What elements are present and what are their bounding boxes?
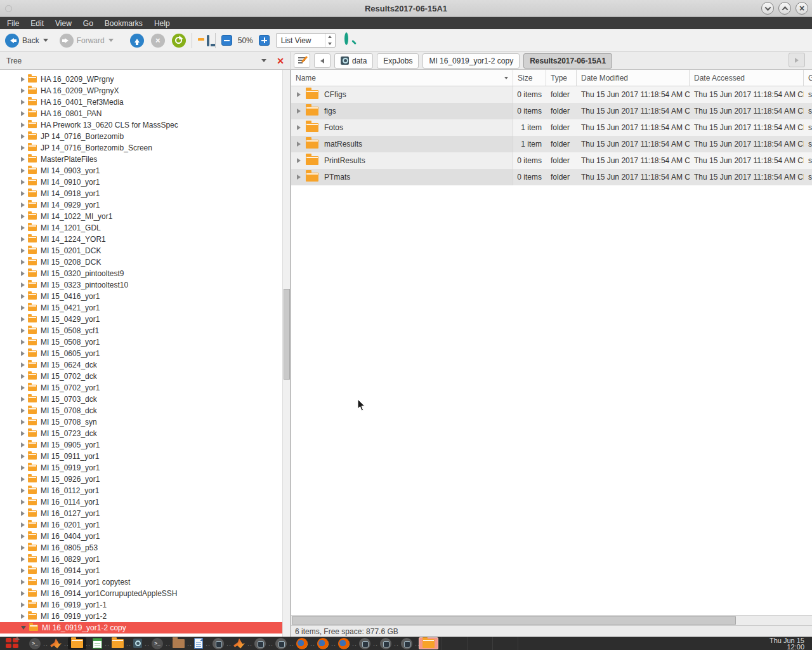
expander-icon[interactable] [21,157,25,162]
expander-icon[interactable] [21,534,25,539]
menu-edit[interactable]: Edit [25,19,49,28]
expander-icon[interactable] [21,317,25,322]
expander-icon[interactable] [297,125,301,130]
expander-icon[interactable] [21,522,25,527]
expander-icon[interactable] [21,545,25,550]
tree-item[interactable]: HA 16_0801_PAN [0,108,282,119]
tree-item[interactable]: MI 16_0112_yor1 [0,485,282,496]
tree-item[interactable]: MI 15_0708_syn [0,416,282,428]
taskbar-file-manager-active[interactable] [419,637,438,649]
breadcrumb-item-3[interactable]: Results2017-06-15A1 [523,53,612,69]
taskbar-app-window[interactable]: ·· [356,637,374,649]
zoom-out-button[interactable] [221,35,232,46]
expander-icon[interactable] [21,294,25,299]
expander-icon[interactable] [21,88,25,93]
expander-icon[interactable] [21,282,25,288]
tree-item[interactable]: HA 16_0401_Ref3Media [0,96,282,108]
refresh-button[interactable] [172,34,186,48]
expander-icon[interactable] [297,109,301,114]
tree-item[interactable]: MI 15_0919_yor1 [0,462,282,474]
expander-icon[interactable] [21,237,25,242]
taskbar-app-window[interactable]: ·· [377,637,395,649]
file-row[interactable]: matResults1 itemfolderThu 15 Jun 2017 11… [291,136,812,152]
expander-icon[interactable] [21,248,25,253]
edit-path-button[interactable] [294,53,310,68]
tree-item[interactable]: MI 14_0918_yor1 [0,188,282,199]
expander-icon[interactable] [21,214,25,219]
expander-icon[interactable] [21,408,25,413]
expander-icon[interactable] [21,202,25,208]
expander-icon[interactable] [21,500,25,505]
tree-item[interactable]: JP 14_0716_Bortezomib_Screen [0,142,282,154]
expander-icon[interactable] [21,111,25,116]
window-menu-icon[interactable] [5,5,12,12]
file-row[interactable]: CFfigs0 itemsfolderThu 15 Jun 2017 11:18… [291,86,812,103]
expander-icon[interactable] [21,488,25,493]
tree-item[interactable]: MI 15_0320_pintooltest9 [0,268,282,279]
forward-button[interactable] [60,34,74,48]
taskbar-firefox[interactable]: ·· [293,637,311,649]
taskbar-terminal[interactable]: >_·· [148,637,166,649]
expander-icon[interactable] [21,351,25,356]
forward-history-dropdown[interactable] [108,39,114,42]
taskbar-app-window[interactable]: ·· [272,637,290,649]
tree-item[interactable]: MI 16_0404_yor1 [0,531,282,542]
view-mode-select[interactable]: List View [276,33,336,48]
expander-icon[interactable] [21,454,25,459]
expander-icon[interactable] [21,100,25,105]
taskbar-app-window[interactable]: ·· [398,637,416,649]
expander-icon[interactable] [297,92,301,97]
tree-item[interactable]: MI 16_0919_yor1-2 [0,611,282,622]
taskbar-spreadsheet[interactable]: ·· [89,637,105,649]
menu-go[interactable]: Go [77,19,99,28]
expander-icon[interactable] [21,145,25,150]
file-row[interactable]: figs0 itemsfolderThu 15 Jun 2017 11:18:5… [291,103,812,119]
expander-icon[interactable] [21,134,25,139]
menu-file[interactable]: File [1,19,25,28]
breadcrumb-item-1[interactable]: ExpJobs [377,53,419,69]
tree-item[interactable]: MI 15_0911_yor1 [0,451,282,462]
tree-item[interactable]: MI 16_0114_yor1 [0,496,282,508]
tree-item[interactable]: MI 16_0805_p53 [0,542,282,554]
tree-item[interactable]: MI 14_0929_yor1 [0,199,282,211]
expander-icon[interactable] [21,374,25,379]
expander-icon[interactable] [21,260,25,265]
expander-icon[interactable] [21,123,25,128]
tree-item[interactable]: MI 15_0201_DCK [0,245,282,256]
tree-item[interactable]: MI 15_0926_yor1 [0,474,282,485]
tree-item[interactable]: MI 16_0919_yor1-1 [0,599,282,611]
expander-icon[interactable] [21,168,25,173]
expander-icon[interactable] [297,175,301,180]
tree-item[interactable]: MI 16_0201_yor1 [0,519,282,531]
expander-icon[interactable] [21,385,25,390]
expander-icon[interactable] [21,602,25,607]
taskbar-firefox[interactable]: ·· [335,637,353,649]
back-button[interactable] [5,34,19,48]
tree-panel-close-icon[interactable]: ✕ [277,56,284,66]
tree-item[interactable]: MI 15_0508_ycf1 [0,325,282,336]
taskbar-writer-document[interactable]: ·· [191,637,206,649]
tree-item[interactable]: MI 15_0708_dck [0,405,282,416]
horizontal-scrollbar[interactable] [291,615,812,625]
tree-scrollbar[interactable] [282,70,290,637]
expander-icon[interactable] [21,362,25,368]
taskbar-clock[interactable]: Thu Jun 15 12:00 [769,637,809,650]
tree-item[interactable]: HA 16_0209_WPrgnyX [0,85,282,96]
expander-icon[interactable] [21,340,25,345]
expander-icon[interactable] [21,397,25,402]
tree-item[interactable]: MI 15_0323_pintooltest10 [0,279,282,291]
expander-icon[interactable] [21,420,25,425]
expander-icon[interactable] [21,305,25,310]
expander-icon[interactable] [21,431,25,436]
taskbar-terminal[interactable]: >_·· [26,637,44,649]
tree-scrollbar-thumb[interactable] [284,289,290,380]
expander-icon[interactable] [297,158,301,163]
breadcrumb-scroll-left-button[interactable] [314,53,331,68]
taskbar-matlab[interactable]: ·· [230,637,248,649]
expander-icon[interactable] [21,191,25,196]
expander-icon[interactable] [21,180,25,185]
tree-item[interactable]: HA Prework 13_0620 CLS for MassSpec [0,119,282,131]
file-row[interactable]: PTmats0 itemsfolderThu 15 Jun 2017 11:18… [291,169,812,185]
tree-item[interactable]: MI 14_1224_YOR1 [0,234,282,245]
up-button[interactable] [130,34,144,48]
